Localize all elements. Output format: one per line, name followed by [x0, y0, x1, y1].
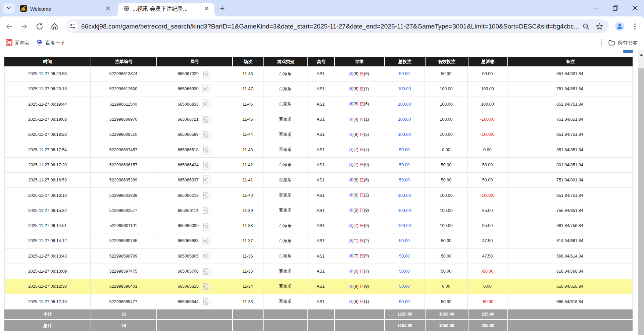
svg-text:du: du [38, 42, 41, 44]
